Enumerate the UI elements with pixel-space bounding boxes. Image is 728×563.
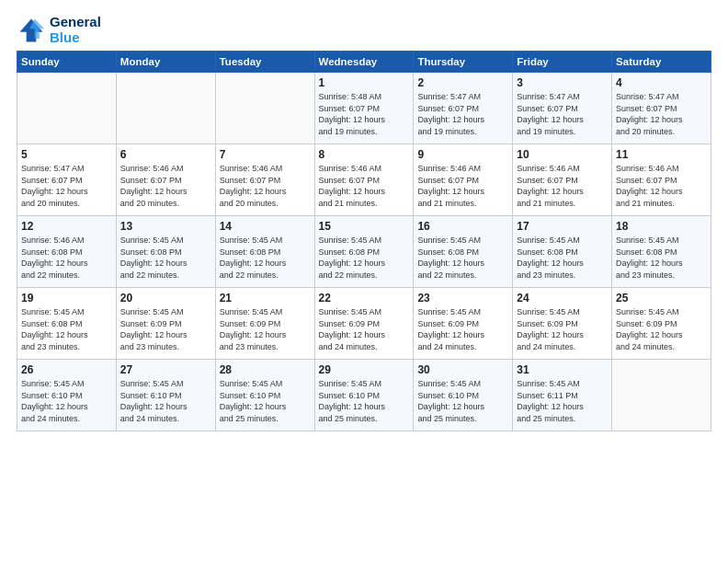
day-cell: 26Sunrise: 5:45 AM Sunset: 6:10 PM Dayli…	[17, 360, 117, 431]
day-number: 20	[120, 292, 211, 304]
day-cell: 20Sunrise: 5:45 AM Sunset: 6:09 PM Dayli…	[116, 288, 215, 360]
week-row-2: 5Sunrise: 5:47 AM Sunset: 6:07 PM Daylig…	[17, 144, 711, 216]
day-cell: 5Sunrise: 5:47 AM Sunset: 6:07 PM Daylig…	[17, 144, 117, 216]
day-cell: 15Sunrise: 5:45 AM Sunset: 6:08 PM Dayli…	[314, 216, 414, 288]
logo: General Blue	[17, 15, 101, 45]
day-info: Sunrise: 5:45 AM Sunset: 6:10 PM Dayligh…	[220, 378, 311, 424]
day-cell: 30Sunrise: 5:45 AM Sunset: 6:10 PM Dayli…	[414, 360, 513, 431]
day-number: 9	[417, 148, 508, 161]
day-number: 6	[120, 148, 211, 161]
header: General Blue	[17, 15, 711, 45]
day-cell: 2Sunrise: 5:47 AM Sunset: 6:07 PM Daylig…	[414, 73, 513, 144]
day-number: 22	[319, 292, 410, 304]
day-number: 23	[417, 292, 508, 304]
header-row: SundayMondayTuesdayWednesdayThursdayFrid…	[17, 52, 711, 73]
day-number: 31	[517, 363, 608, 376]
day-info: Sunrise: 5:45 AM Sunset: 6:08 PM Dayligh…	[319, 235, 410, 281]
day-number: 5	[21, 148, 112, 161]
day-number: 2	[417, 76, 508, 89]
day-number: 29	[319, 363, 410, 376]
day-info: Sunrise: 5:45 AM Sunset: 6:10 PM Dayligh…	[319, 378, 410, 424]
day-number: 14	[220, 220, 311, 233]
day-number: 30	[417, 363, 508, 376]
day-info: Sunrise: 5:46 AM Sunset: 6:07 PM Dayligh…	[616, 163, 707, 209]
header-cell-thursday: Thursday	[414, 52, 513, 73]
day-info: Sunrise: 5:45 AM Sunset: 6:09 PM Dayligh…	[417, 306, 508, 352]
day-info: Sunrise: 5:45 AM Sunset: 6:09 PM Dayligh…	[319, 306, 410, 352]
day-number: 3	[517, 76, 608, 89]
day-number: 25	[616, 292, 707, 304]
day-info: Sunrise: 5:45 AM Sunset: 6:09 PM Dayligh…	[220, 306, 311, 352]
header-cell-sunday: Sunday	[17, 52, 117, 73]
day-cell: 16Sunrise: 5:45 AM Sunset: 6:08 PM Dayli…	[414, 216, 513, 288]
day-cell	[17, 73, 117, 144]
day-info: Sunrise: 5:48 AM Sunset: 6:07 PM Dayligh…	[319, 91, 410, 137]
day-cell: 1Sunrise: 5:48 AM Sunset: 6:07 PM Daylig…	[314, 73, 414, 144]
day-cell: 25Sunrise: 5:45 AM Sunset: 6:09 PM Dayli…	[612, 288, 711, 360]
day-cell: 4Sunrise: 5:47 AM Sunset: 6:07 PM Daylig…	[612, 73, 711, 144]
logo-text: General Blue	[50, 15, 101, 45]
calendar-table: SundayMondayTuesdayWednesdayThursdayFrid…	[17, 51, 711, 431]
day-cell: 8Sunrise: 5:46 AM Sunset: 6:07 PM Daylig…	[314, 144, 414, 216]
week-row-3: 12Sunrise: 5:46 AM Sunset: 6:08 PM Dayli…	[17, 216, 711, 288]
day-cell: 13Sunrise: 5:45 AM Sunset: 6:08 PM Dayli…	[116, 216, 215, 288]
day-number: 16	[417, 220, 508, 233]
day-cell: 7Sunrise: 5:46 AM Sunset: 6:07 PM Daylig…	[215, 144, 314, 216]
day-number: 24	[517, 292, 608, 304]
day-info: Sunrise: 5:47 AM Sunset: 6:07 PM Dayligh…	[517, 91, 608, 137]
header-cell-tuesday: Tuesday	[215, 52, 314, 73]
day-cell: 24Sunrise: 5:45 AM Sunset: 6:09 PM Dayli…	[513, 288, 612, 360]
day-number: 19	[21, 292, 112, 304]
week-row-5: 26Sunrise: 5:45 AM Sunset: 6:10 PM Dayli…	[17, 360, 711, 431]
day-cell: 31Sunrise: 5:45 AM Sunset: 6:11 PM Dayli…	[513, 360, 612, 431]
week-row-1: 1Sunrise: 5:48 AM Sunset: 6:07 PM Daylig…	[17, 73, 711, 144]
day-cell: 22Sunrise: 5:45 AM Sunset: 6:09 PM Dayli…	[314, 288, 414, 360]
day-cell: 9Sunrise: 5:46 AM Sunset: 6:07 PM Daylig…	[414, 144, 513, 216]
day-cell: 11Sunrise: 5:46 AM Sunset: 6:07 PM Dayli…	[612, 144, 711, 216]
logo-icon	[17, 16, 46, 45]
day-info: Sunrise: 5:47 AM Sunset: 6:07 PM Dayligh…	[417, 91, 508, 137]
day-number: 10	[517, 148, 608, 161]
day-cell: 17Sunrise: 5:45 AM Sunset: 6:08 PM Dayli…	[513, 216, 612, 288]
day-number: 28	[220, 363, 311, 376]
day-info: Sunrise: 5:46 AM Sunset: 6:07 PM Dayligh…	[220, 163, 311, 209]
day-number: 21	[220, 292, 311, 304]
day-cell: 18Sunrise: 5:45 AM Sunset: 6:08 PM Dayli…	[612, 216, 711, 288]
day-cell: 29Sunrise: 5:45 AM Sunset: 6:10 PM Dayli…	[314, 360, 414, 431]
day-info: Sunrise: 5:45 AM Sunset: 6:10 PM Dayligh…	[21, 378, 112, 424]
day-info: Sunrise: 5:45 AM Sunset: 6:09 PM Dayligh…	[517, 306, 608, 352]
day-info: Sunrise: 5:47 AM Sunset: 6:07 PM Dayligh…	[21, 163, 112, 209]
day-number: 12	[21, 220, 112, 233]
day-info: Sunrise: 5:46 AM Sunset: 6:07 PM Dayligh…	[517, 163, 608, 209]
day-info: Sunrise: 5:46 AM Sunset: 6:07 PM Dayligh…	[417, 163, 508, 209]
header-cell-friday: Friday	[513, 52, 612, 73]
day-number: 7	[220, 148, 311, 161]
day-cell	[116, 73, 215, 144]
day-cell: 12Sunrise: 5:46 AM Sunset: 6:08 PM Dayli…	[17, 216, 117, 288]
calendar-header: SundayMondayTuesdayWednesdayThursdayFrid…	[17, 52, 711, 73]
week-row-4: 19Sunrise: 5:45 AM Sunset: 6:08 PM Dayli…	[17, 288, 711, 360]
day-number: 8	[319, 148, 410, 161]
day-number: 11	[616, 148, 707, 161]
day-number: 18	[616, 220, 707, 233]
day-info: Sunrise: 5:45 AM Sunset: 6:10 PM Dayligh…	[120, 378, 211, 424]
day-cell: 10Sunrise: 5:46 AM Sunset: 6:07 PM Dayli…	[513, 144, 612, 216]
day-cell	[215, 73, 314, 144]
day-info: Sunrise: 5:45 AM Sunset: 6:08 PM Dayligh…	[417, 235, 508, 281]
day-info: Sunrise: 5:46 AM Sunset: 6:08 PM Dayligh…	[21, 235, 112, 281]
day-info: Sunrise: 5:45 AM Sunset: 6:08 PM Dayligh…	[120, 235, 211, 281]
day-number: 17	[517, 220, 608, 233]
header-cell-wednesday: Wednesday	[314, 52, 414, 73]
day-info: Sunrise: 5:46 AM Sunset: 6:07 PM Dayligh…	[319, 163, 410, 209]
header-cell-monday: Monday	[116, 52, 215, 73]
day-cell	[612, 360, 711, 431]
day-cell: 21Sunrise: 5:45 AM Sunset: 6:09 PM Dayli…	[215, 288, 314, 360]
day-info: Sunrise: 5:47 AM Sunset: 6:07 PM Dayligh…	[616, 91, 707, 137]
day-number: 13	[120, 220, 211, 233]
day-cell: 23Sunrise: 5:45 AM Sunset: 6:09 PM Dayli…	[414, 288, 513, 360]
day-cell: 14Sunrise: 5:45 AM Sunset: 6:08 PM Dayli…	[215, 216, 314, 288]
page-container: General Blue SundayMondayTuesdayWednesda…	[0, 0, 728, 441]
day-info: Sunrise: 5:45 AM Sunset: 6:08 PM Dayligh…	[517, 235, 608, 281]
day-number: 1	[319, 76, 410, 89]
day-info: Sunrise: 5:45 AM Sunset: 6:09 PM Dayligh…	[120, 306, 211, 352]
